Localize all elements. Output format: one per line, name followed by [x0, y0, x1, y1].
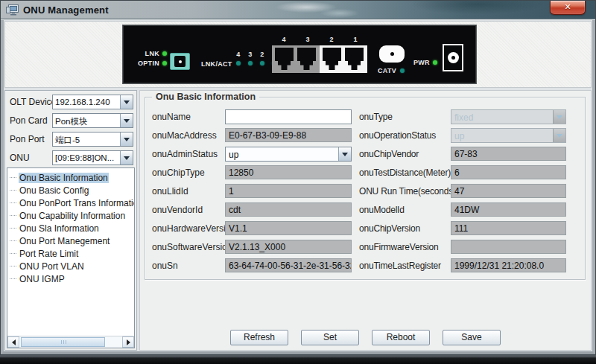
scrollbar-track[interactable]	[19, 336, 122, 348]
scroll-left-icon[interactable]	[7, 336, 19, 348]
chevron-down-icon[interactable]	[120, 114, 133, 127]
tree-item-label: Onu Port Manegement	[19, 236, 110, 246]
readonly-field	[451, 240, 566, 254]
readonly-field: 41DW	[451, 202, 566, 217]
catv-group: CATV	[378, 45, 410, 74]
horizontal-scrollbar[interactable]	[7, 336, 134, 348]
dropdown-value: up	[226, 147, 338, 161]
field-label: onuVendorId	[148, 205, 225, 215]
action-button[interactable]: Save	[443, 330, 501, 345]
lnkact-led-column: 2	[259, 51, 266, 66]
tree-item[interactable]: Onu Basic Information	[7, 171, 134, 184]
rj45-port-pair-icon	[320, 45, 367, 73]
form-row: onuAdminStatus up onuChipVendor	[148, 144, 583, 163]
selector-label: Pon Port	[10, 134, 52, 144]
action-button[interactable]: Set	[301, 330, 359, 345]
chevron-down-icon[interactable]	[120, 151, 133, 165]
port-numbers: 4321	[272, 36, 367, 43]
green-led-icon	[433, 60, 437, 65]
field-label: onuModelId	[352, 205, 451, 215]
chevron-down-icon[interactable]	[120, 95, 133, 109]
dropdown-value: fixed	[451, 110, 553, 124]
port-number: 1	[343, 36, 367, 43]
optical-connector-icon	[170, 53, 190, 70]
tree-item[interactable]: Onu Sla Information	[7, 222, 134, 234]
window-title: ONU Management	[23, 4, 109, 16]
readonly-field: cdt	[225, 202, 352, 217]
app-icon	[6, 4, 19, 16]
chevron-down-icon	[553, 110, 565, 124]
form-row: onuSn 63-64-74-00-56-31-2e-31-56-32 onuT…	[148, 256, 583, 275]
tree-item-label: Onu PonPort Trans Information	[19, 198, 135, 208]
rj45-jack-icon	[345, 48, 364, 70]
action-button[interactable]: Refresh	[230, 330, 288, 345]
lnkact-led-column: 3	[247, 51, 254, 66]
rj45-jack-icon	[297, 48, 316, 70]
selector-combobox[interactable]: [09:E9:88]ON...	[52, 150, 133, 165]
selector-label: Pon Card	[10, 115, 52, 126]
rj45-jack-icon	[323, 48, 341, 70]
power-jack-icon	[443, 44, 463, 71]
combobox-value: [09:E9:88]ON...	[53, 151, 120, 165]
teal-led-icon	[400, 68, 405, 73]
tree-item-label: ONU IGMP	[19, 274, 66, 284]
action-button-row: RefreshSetRebootSave	[140, 330, 591, 345]
readonly-field: E0-67-B3-09-E9-88	[225, 128, 352, 142]
tree-item[interactable]: Port Rate Limit	[7, 247, 134, 260]
port-number: 3	[296, 36, 320, 43]
tree-item[interactable]: Onu Basic Config	[7, 184, 134, 197]
tree-item[interactable]: Onu PonPort Trans Information	[7, 197, 134, 209]
dropdown[interactable]: up	[225, 147, 352, 162]
tree-item[interactable]: Onu Capability Information	[7, 209, 134, 222]
green-led-icon	[162, 61, 167, 66]
readonly-field: 1	[225, 184, 352, 198]
field-label: onuOperationStatus	[352, 130, 451, 141]
tree-item[interactable]: ONU Port VLAN	[7, 260, 134, 272]
selector-combobox[interactable]: Pon模块	[52, 113, 133, 128]
selector-row: Pon Card Pon模块	[10, 113, 133, 128]
dropdown-disabled: fixed	[451, 109, 566, 124]
field-label: onuTestDistance(Meter)	[352, 167, 451, 178]
scroll-right-icon[interactable]	[122, 336, 134, 348]
field-label: onuTimeLastRegister	[352, 261, 451, 271]
selector-label: ONU	[10, 153, 52, 163]
onu-device-faceplate: LNK OPTIN LNK/ACT 4	[123, 25, 476, 83]
dropdown-value: up	[451, 129, 553, 142]
selector-row: OLT Device 192.168.1.240	[10, 95, 133, 109]
tree-item[interactable]: ONU IGMP	[7, 272, 134, 285]
field-label: onuChipVersion	[352, 223, 451, 234]
green-led-icon	[162, 51, 167, 56]
field-label: onuFirmwareVersion	[352, 242, 451, 252]
text-input[interactable]	[225, 109, 352, 124]
nav-tree: Onu Basic Information Onu Basic Config O…	[7, 167, 135, 348]
readonly-field: 6	[451, 165, 566, 179]
field-label: onuSoftwareVersion	[148, 242, 225, 252]
selector-label: OLT Device	[10, 97, 52, 107]
chevron-down-icon[interactable]	[338, 147, 351, 161]
selector-combobox[interactable]: 192.168.1.240	[52, 95, 133, 109]
dropdown-disabled: up	[451, 128, 566, 143]
catv-connector-icon	[379, 45, 405, 63]
tree-item[interactable]: Onu Port Manegement	[7, 234, 134, 247]
form-row: onuMacAddress E0-67-B3-09-E9-88 onuOpera…	[148, 126, 583, 144]
window-body: LNK OPTIN LNK/ACT 4	[1, 20, 595, 354]
close-icon[interactable]: ✕	[550, 1, 586, 15]
pwr-group: PWR	[413, 59, 437, 66]
scrollbar-thumb[interactable]	[21, 337, 105, 347]
rj45-port-pair-icon	[272, 45, 320, 73]
form-row: onuLlidId 1 ONU Run Time(seconds) 47	[148, 182, 583, 200]
tree-item-label: Onu Sla Information	[19, 223, 100, 234]
field-label: onuSn	[148, 261, 225, 271]
combobox-value: Pon模块	[53, 114, 120, 127]
optical-led-row: LNK	[130, 49, 167, 58]
title-bar[interactable]: ONU Management ✕	[1, 1, 595, 19]
selector-combobox[interactable]: 端口-5	[52, 132, 133, 147]
field-label: onuLlidId	[148, 186, 225, 197]
readonly-field: 111	[451, 221, 566, 235]
led-number: 3	[248, 51, 252, 58]
readonly-field: 1999/12/31 21:20:08.0	[451, 258, 566, 272]
action-button[interactable]: Reboot	[372, 330, 430, 345]
led-number: 4	[236, 51, 240, 58]
readonly-field: V2.1.13_X000	[225, 240, 352, 254]
chevron-down-icon[interactable]	[120, 132, 133, 146]
